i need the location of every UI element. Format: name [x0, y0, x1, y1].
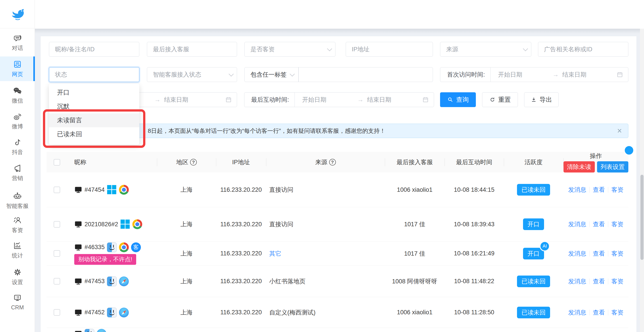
- time: 10-08 18:39:43: [454, 221, 495, 228]
- ai-agent-status-select[interactable]: 智能客服接入状态: [147, 67, 237, 82]
- sidebar-item-wechat[interactable]: 微信: [0, 84, 35, 106]
- chrome-icon: [119, 185, 129, 195]
- row-checkbox[interactable]: [54, 278, 60, 284]
- sidebar-label: 智能客服: [6, 202, 28, 210]
- table-row: #46335 客 别动我记录，不许点! 上海 116.233.20.220 其它…: [46, 242, 628, 266]
- region: 上海: [180, 308, 192, 316]
- chevron-down-icon: [290, 71, 295, 77]
- lead-link[interactable]: 客资: [611, 308, 624, 316]
- sidebar-item-chat[interactable]: 对话: [0, 31, 35, 54]
- region-help-icon[interactable]: ?: [190, 159, 197, 165]
- view-link[interactable]: 查看: [593, 277, 605, 285]
- visitor-id[interactable]: #47453: [84, 278, 105, 285]
- tag-filter-group[interactable]: 包含任一标签: [244, 67, 433, 82]
- last-interact-time-group[interactable]: 最后互动时间: 开始日期 → 结束日期: [244, 92, 434, 107]
- view-link[interactable]: 查看: [593, 250, 605, 258]
- range-arrow-icon: →: [357, 96, 364, 103]
- send-message-link[interactable]: 发消息: [568, 220, 586, 228]
- source-help-icon[interactable]: ?: [329, 159, 336, 165]
- tag-mode-select[interactable]: 包含任一标签: [245, 71, 287, 79]
- status-option-open[interactable]: 开口: [49, 86, 139, 99]
- row-checkbox[interactable]: [54, 187, 60, 193]
- lead-link[interactable]: 客资: [611, 250, 624, 258]
- lead-link[interactable]: 客资: [611, 277, 624, 285]
- table-row-partial: [46, 328, 628, 332]
- view-link[interactable]: 查看: [593, 308, 605, 316]
- view-link[interactable]: 查看: [593, 220, 605, 228]
- agent: 1008 阿倩呀呀呀: [392, 277, 438, 285]
- is-lead-select[interactable]: 是否客资: [244, 42, 336, 57]
- row-checkbox[interactable]: [54, 250, 60, 257]
- visitor-id[interactable]: 20210826#2: [84, 221, 118, 228]
- lead-link[interactable]: 客资: [611, 186, 624, 194]
- end-date-placeholder[interactable]: 结束日期: [562, 71, 586, 79]
- reset-button[interactable]: 重置: [482, 92, 518, 107]
- sidebar-item-crm[interactable]: CRM: [0, 291, 35, 313]
- row-checkbox[interactable]: [54, 221, 60, 228]
- export-button[interactable]: 导出: [524, 92, 558, 107]
- status-option-read-no-reply[interactable]: 已读未回: [49, 127, 139, 141]
- activity-badge: 已读未回: [517, 276, 550, 287]
- col-ops: 操作: [590, 152, 602, 160]
- sidebar-item-webpage[interactable]: 网页: [0, 56, 35, 81]
- start-date-placeholder[interactable]: 开始日期: [295, 96, 326, 104]
- col-agent: 最后接入客服: [397, 158, 433, 166]
- last-interact-range[interactable]: 开始日期 → 结束日期: [295, 93, 434, 107]
- first-visit-range[interactable]: 开始日期 → 结束日期: [490, 67, 628, 82]
- clear-unread-button[interactable]: 清除未读: [564, 161, 595, 173]
- lead-link[interactable]: 客资: [611, 220, 624, 228]
- crm-monitor-icon: [13, 293, 22, 302]
- visitor-id[interactable]: #46335: [84, 244, 105, 251]
- region: 上海: [180, 220, 192, 228]
- view-link[interactable]: 查看: [593, 186, 605, 194]
- start-date-placeholder[interactable]: 开始日期: [490, 71, 522, 79]
- sidebar-label: 抖音: [12, 148, 23, 156]
- status-select[interactable]: 状态: [49, 67, 139, 82]
- sidebar-item-settings[interactable]: 设置: [0, 265, 35, 288]
- bird-logo-icon: [10, 8, 25, 20]
- download-icon: [531, 97, 537, 103]
- placeholder: 状态: [49, 71, 67, 79]
- sidebar-item-marketing[interactable]: 营销: [0, 161, 35, 184]
- app-logo[interactable]: [0, 0, 35, 29]
- sidebar-item-douyin[interactable]: 抖音: [0, 135, 35, 158]
- sidebar: 对话 网页 微信: [0, 0, 35, 332]
- row-checkbox[interactable]: [54, 309, 60, 316]
- region: 上海: [180, 277, 192, 285]
- wechat-icon: [13, 86, 22, 95]
- status-option-silent[interactable]: 沉默: [49, 99, 139, 113]
- last-agent-filter-input[interactable]: 最后接入客服: [147, 42, 237, 57]
- status-option-unread-message[interactable]: 未读留言: [49, 113, 139, 127]
- sidebar-item-stats[interactable]: 统计: [0, 239, 35, 261]
- end-date-placeholder[interactable]: 结束日期: [164, 96, 188, 104]
- nickname-filter-input[interactable]: 昵称/备注名/ID: [49, 42, 139, 57]
- ip-filter-input[interactable]: IP地址: [346, 42, 433, 57]
- region: 上海: [180, 250, 192, 258]
- col-source: 来源: [315, 158, 327, 166]
- ad-name-filter-input[interactable]: 广告相关名称或ID: [538, 42, 628, 57]
- select-all-checkbox[interactable]: [54, 159, 60, 165]
- sidebar-item-ai-service[interactable]: 智能客服: [0, 189, 35, 212]
- source: 小红书落地页: [269, 278, 306, 285]
- visitor-id[interactable]: #47452: [84, 309, 105, 316]
- send-message-link[interactable]: 发消息: [568, 308, 586, 316]
- visitor-id[interactable]: #47454: [84, 186, 105, 193]
- search-button[interactable]: 查询: [440, 92, 476, 107]
- chrome-icon: [119, 242, 129, 252]
- send-message-link[interactable]: 发消息: [568, 250, 586, 258]
- sidebar-item-leads[interactable]: 客资: [0, 214, 35, 236]
- scrollbar-thumb[interactable]: [640, 175, 644, 260]
- close-icon[interactable]: ×: [617, 127, 622, 135]
- table-row: 20210826#2 上海 116.233.20.220 直接访问 1017 佳…: [46, 207, 628, 242]
- end-date-placeholder[interactable]: 结束日期: [367, 96, 391, 104]
- scrollbar-track[interactable]: [640, 29, 644, 332]
- send-message-link[interactable]: 发消息: [568, 186, 586, 194]
- source-link[interactable]: 其它: [269, 250, 281, 257]
- list-settings-button[interactable]: 列表设置: [597, 161, 628, 173]
- source-select[interactable]: 来源: [440, 42, 531, 57]
- sidebar-item-weibo[interactable]: 微博: [0, 110, 35, 132]
- first-visit-time-group[interactable]: 首次访问时间: 开始日期 → 结束日期: [440, 67, 628, 82]
- send-message-link[interactable]: 发消息: [568, 277, 586, 285]
- desktop-icon: [74, 220, 82, 228]
- refresh-icon: [489, 97, 496, 103]
